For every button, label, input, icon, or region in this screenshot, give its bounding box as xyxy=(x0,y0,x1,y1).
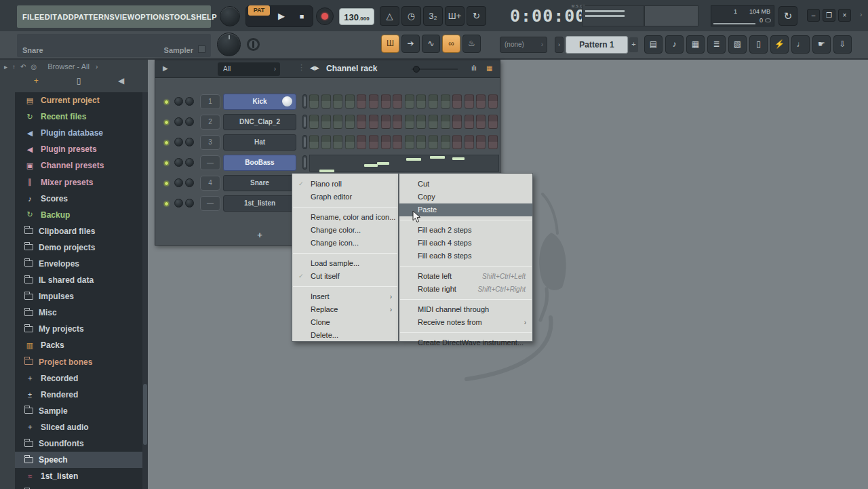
step-cell[interactable] xyxy=(393,135,402,149)
channel-menu-item-graph-editor[interactable]: Graph editor xyxy=(292,191,398,203)
step-cell[interactable] xyxy=(381,115,391,129)
browser-item-current-project[interactable]: ▤Current project xyxy=(15,92,142,109)
step-cell[interactable] xyxy=(452,135,462,149)
channel-menu-item-replace[interactable]: Replace› xyxy=(292,303,398,316)
steps-menu-item-fill-each-2-steps[interactable]: Fill each 2 steps xyxy=(399,224,532,237)
master-pitch-wheel[interactable] xyxy=(247,38,260,51)
step-cell[interactable] xyxy=(333,135,342,149)
browser-item-my-projects[interactable]: My projects xyxy=(15,321,142,337)
speaker-icon[interactable]: ◀ xyxy=(100,76,142,91)
project-info-button[interactable]: ▯ xyxy=(749,35,768,54)
step-cell[interactable] xyxy=(488,94,498,109)
step-cell[interactable] xyxy=(309,135,319,149)
channel-number[interactable]: — xyxy=(200,196,220,211)
channel-name-button[interactable]: BooBass xyxy=(223,155,296,171)
step-cell[interactable] xyxy=(441,135,450,149)
midi-none-selector[interactable]: (none)› xyxy=(500,37,547,53)
browser-item-channel-presets[interactable]: ▣Channel presets xyxy=(15,157,142,174)
channel-number[interactable]: 4 xyxy=(200,176,220,191)
menu-item-patterns[interactable]: PATTERNS xyxy=(74,13,115,21)
volume-knob[interactable] xyxy=(185,199,194,208)
channel-number[interactable]: 3 xyxy=(200,135,220,150)
channel-menu-item-load-sample-[interactable]: Load sample... xyxy=(292,257,398,270)
step-cell[interactable] xyxy=(465,135,474,149)
channel-volume-knob[interactable] xyxy=(217,33,241,56)
step-cell[interactable] xyxy=(416,115,426,129)
menu-item-options[interactable]: OPTIONS xyxy=(134,13,170,21)
step-cell[interactable] xyxy=(381,94,391,109)
pan-knob[interactable] xyxy=(174,158,183,167)
browser-button[interactable]: ▧ xyxy=(728,35,747,54)
countdown-button[interactable]: 3₂ xyxy=(423,6,443,26)
browser-item-sliced-audio[interactable]: ＋Sliced audio xyxy=(15,419,142,435)
pattern-picker-arrow[interactable]: › xyxy=(555,37,564,53)
main-volume-knob[interactable] xyxy=(220,6,240,26)
mute-led[interactable] xyxy=(164,161,169,165)
tempo-display[interactable]: 130.000 xyxy=(339,8,374,25)
browser-item-misc[interactable]: Misc xyxy=(15,305,142,321)
browser-item-clipboard-files[interactable]: Clipboard files xyxy=(15,223,142,239)
add-plus-icon[interactable]: + xyxy=(15,76,58,91)
step-cell[interactable] xyxy=(429,135,438,149)
browser-item-il-shared-data[interactable]: IL shared data xyxy=(15,272,142,288)
step-cell[interactable] xyxy=(476,94,486,109)
channel-menu-item-clone[interactable]: Clone xyxy=(292,316,398,329)
touch-controller-button[interactable]: ☛ xyxy=(812,35,831,54)
mute-led[interactable] xyxy=(164,201,169,206)
step-cell[interactable] xyxy=(345,115,355,129)
step-cell[interactable] xyxy=(416,135,426,149)
mixer-button[interactable]: ≣ xyxy=(707,35,726,54)
channel-rack-header[interactable]: ▶ All› ⋮ ◀▶ Channel rack ılı ▦ xyxy=(155,60,500,78)
time-display[interactable]: 0:00:00 xyxy=(510,5,585,28)
step-cell[interactable] xyxy=(429,115,438,129)
menu-item-view[interactable]: VIEW xyxy=(115,13,134,21)
expand-arrow-icon[interactable]: ▸ xyxy=(4,63,7,71)
channel-menu-item-change-icon-[interactable]: Change icon... xyxy=(292,237,398,250)
step-cell[interactable] xyxy=(333,115,342,129)
step-cell[interactable] xyxy=(441,115,450,129)
tuner-button[interactable]: ♩ xyxy=(791,35,810,54)
channel-name-button[interactable]: DNC_Clap_2 xyxy=(223,114,296,130)
step-cell[interactable] xyxy=(465,115,474,129)
step-cell[interactable] xyxy=(405,94,414,109)
channel-name-button[interactable]: Hat xyxy=(223,134,296,151)
channel-name-button[interactable]: Snare xyxy=(223,175,296,191)
menu-item-help[interactable]: HELP xyxy=(196,13,217,21)
step-cell[interactable] xyxy=(416,94,426,109)
step-cell[interactable] xyxy=(345,94,355,109)
step-cell[interactable] xyxy=(405,135,414,149)
step-cell[interactable] xyxy=(369,94,378,109)
steps-menu-item-rotate-left[interactable]: Rotate leftShift+Ctrl+Left xyxy=(399,270,532,283)
graph-editor-icon[interactable]: ılı xyxy=(471,64,477,72)
slider-thumb[interactable] xyxy=(413,66,420,73)
channel-number[interactable]: 1 xyxy=(200,94,220,109)
playlist-button[interactable]: ▤ xyxy=(644,35,663,54)
plugin-picker-button[interactable]: ⚡ xyxy=(770,35,789,54)
mute-led[interactable] xyxy=(164,120,169,125)
toolbar-overflow-arrow[interactable]: › xyxy=(860,11,862,18)
browser-item-backup[interactable]: ↻Backup xyxy=(15,207,142,223)
steps-menu-item-receive-notes-from[interactable]: Receive notes from› xyxy=(399,316,532,329)
steps-menu-item-fill-each-4-steps[interactable]: Fill each 4 steps xyxy=(399,237,532,250)
step-cell[interactable] xyxy=(429,94,438,109)
step-cell[interactable] xyxy=(321,135,331,149)
step-cell[interactable] xyxy=(369,135,378,149)
loop-record-button[interactable]: ↻ xyxy=(467,6,486,26)
channel-number[interactable]: — xyxy=(200,155,220,170)
browser-item-sample[interactable]: Sample xyxy=(15,403,142,419)
mute-led[interactable] xyxy=(164,140,169,145)
step-cell[interactable] xyxy=(369,115,378,129)
step-cell[interactable] xyxy=(488,135,498,149)
browser-scrollbar[interactable] xyxy=(142,92,148,489)
step-cell[interactable] xyxy=(345,135,355,149)
browser-item-soundfonts[interactable]: Soundfonts xyxy=(15,435,142,452)
dump-score-button[interactable]: ♨ xyxy=(462,35,481,53)
channel-menu-item-piano-roll[interactable]: Piano roll✓ xyxy=(292,178,398,191)
metronome-button[interactable]: △ xyxy=(380,6,399,26)
step-cell[interactable] xyxy=(393,94,402,109)
step-cell[interactable] xyxy=(309,115,319,129)
step-cell[interactable] xyxy=(309,94,319,109)
browser-item-1st-listen[interactable]: ≈1st_listen xyxy=(15,468,142,484)
step-cell[interactable] xyxy=(357,94,366,109)
pan-knob[interactable] xyxy=(174,97,183,106)
